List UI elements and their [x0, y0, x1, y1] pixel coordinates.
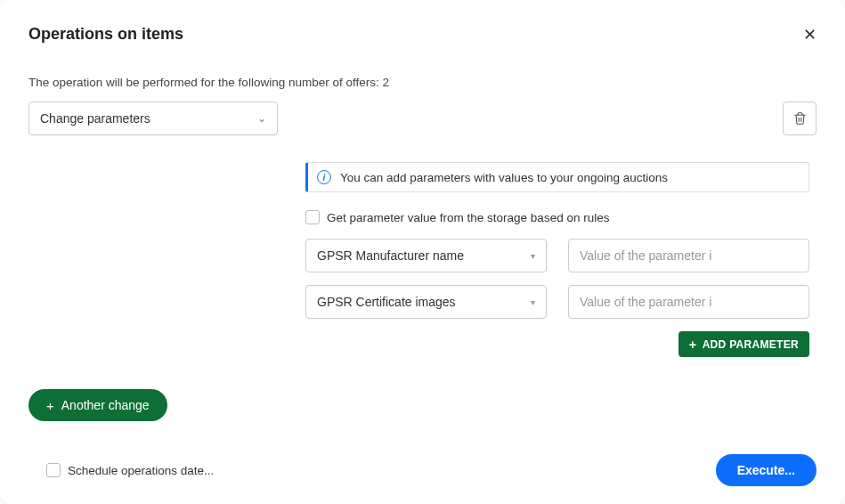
param-value-input[interactable] — [568, 285, 809, 319]
offers-count-text: The operation will be performed for the … — [28, 76, 817, 89]
param-name-select[interactable]: GPSR Manufacturer name ▾ — [305, 239, 547, 272]
param-name-value: GPSR Manufacturer name — [317, 248, 464, 263]
page-title: Operations on items — [28, 25, 183, 44]
rules-checkbox-label: Get parameter value from the storage bas… — [327, 211, 609, 224]
another-change-label: Another change — [61, 398, 150, 412]
chevron-down-icon: ⌄ — [257, 112, 266, 125]
parameters-area: i You can add parameters with values to … — [305, 162, 809, 357]
add-parameter-button[interactable]: + ADD PARAMETER — [678, 331, 809, 357]
plus-icon: + — [46, 399, 54, 412]
header-row: Operations on items ✕ — [28, 25, 817, 44]
operation-row: Change parameters ⌄ — [28, 102, 817, 135]
param-row: GPSR Certificate images ▾ — [305, 285, 809, 319]
modal: Operations on items ✕ The operation will… — [0, 0, 845, 504]
info-text: You can add parameters with values to yo… — [340, 171, 668, 184]
execute-button[interactable]: Execute... — [716, 454, 817, 486]
delete-button[interactable] — [783, 102, 817, 135]
param-name-select[interactable]: GPSR Certificate images ▾ — [305, 285, 547, 319]
another-change-button[interactable]: + Another change — [28, 389, 167, 421]
footer: Schedule operations date... Execute... — [28, 438, 817, 486]
add-parameter-label: ADD PARAMETER — [703, 338, 799, 351]
close-icon: ✕ — [803, 26, 817, 44]
schedule-checkbox[interactable] — [46, 463, 61, 477]
rules-checkbox-row: Get parameter value from the storage bas… — [305, 210, 809, 224]
trash-icon — [793, 111, 807, 126]
info-icon: i — [317, 170, 331, 184]
chevron-down-icon: ▾ — [531, 297, 535, 307]
execute-label: Execute... — [737, 463, 795, 477]
chevron-down-icon: ▾ — [531, 251, 535, 261]
rules-checkbox[interactable] — [305, 210, 320, 224]
param-row: GPSR Manufacturer name ▾ — [305, 239, 809, 272]
operation-select[interactable]: Change parameters ⌄ — [28, 102, 278, 135]
param-name-value: GPSR Certificate images — [317, 295, 456, 309]
schedule-label: Schedule operations date... — [68, 464, 214, 477]
add-param-row: + ADD PARAMETER — [305, 331, 809, 357]
param-value-input[interactable] — [568, 239, 809, 272]
schedule-row: Schedule operations date... — [46, 463, 214, 477]
close-button[interactable]: ✕ — [803, 27, 817, 43]
info-box: i You can add parameters with values to … — [305, 162, 809, 192]
another-change-row: + Another change — [28, 357, 817, 421]
plus-icon: + — [689, 337, 697, 351]
operation-select-value: Change parameters — [40, 111, 150, 126]
